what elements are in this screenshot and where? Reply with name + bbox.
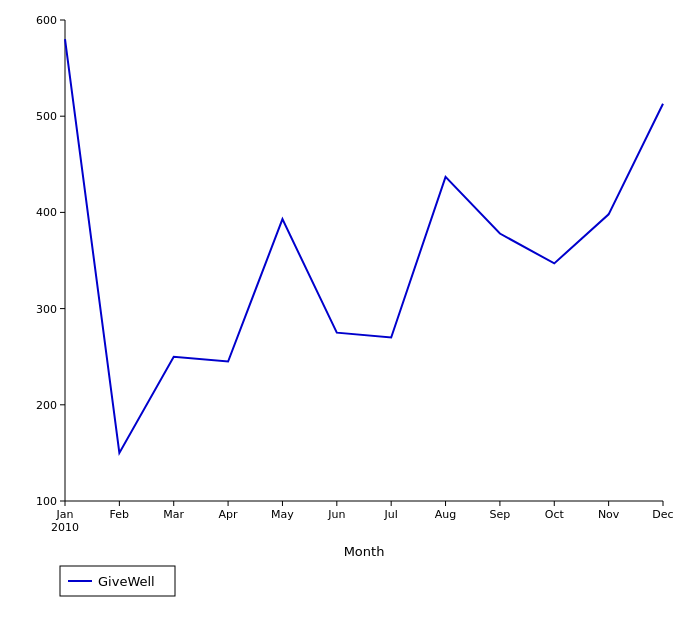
svg-text:400: 400 bbox=[36, 206, 57, 219]
svg-text:Mar: Mar bbox=[163, 508, 184, 521]
givewell-line bbox=[65, 39, 663, 453]
svg-text:Sep: Sep bbox=[490, 508, 511, 521]
svg-text:Apr: Apr bbox=[219, 508, 239, 521]
chart-container: 100200300400500600Jan2010FebMarAprMayJun… bbox=[0, 0, 693, 621]
svg-text:Feb: Feb bbox=[110, 508, 129, 521]
svg-text:Jul: Jul bbox=[384, 508, 398, 521]
svg-text:Jan: Jan bbox=[56, 508, 74, 521]
svg-text:Jun: Jun bbox=[327, 508, 345, 521]
svg-text:2010: 2010 bbox=[51, 521, 79, 534]
svg-text:600: 600 bbox=[36, 14, 57, 27]
svg-text:100: 100 bbox=[36, 495, 57, 508]
svg-text:Dec: Dec bbox=[652, 508, 673, 521]
svg-text:200: 200 bbox=[36, 399, 57, 412]
svg-text:Aug: Aug bbox=[435, 508, 456, 521]
legend-label: GiveWell bbox=[98, 574, 155, 589]
svg-text:May: May bbox=[271, 508, 294, 521]
svg-text:500: 500 bbox=[36, 110, 57, 123]
svg-text:300: 300 bbox=[36, 303, 57, 316]
svg-text:Month: Month bbox=[344, 544, 385, 559]
svg-text:Oct: Oct bbox=[545, 508, 565, 521]
svg-text:Nov: Nov bbox=[598, 508, 620, 521]
chart-svg: 100200300400500600Jan2010FebMarAprMayJun… bbox=[0, 0, 693, 621]
